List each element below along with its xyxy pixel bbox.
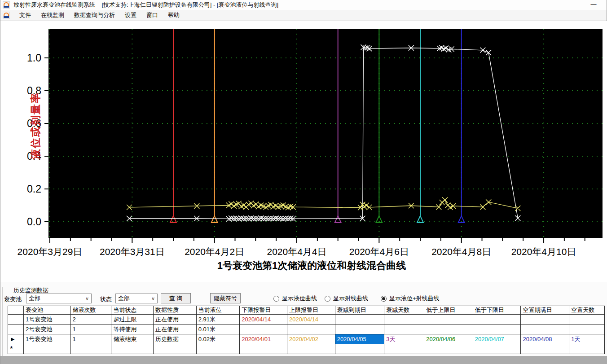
table-cell[interactable] <box>424 325 473 334</box>
col-header-4[interactable]: 当前液位 <box>196 306 240 315</box>
table-cell[interactable]: 1 <box>70 325 111 334</box>
svg-text:0.2: 0.2 <box>27 183 41 195</box>
menu-item-4[interactable]: 窗口 <box>141 10 163 20</box>
menu-item-1[interactable]: 在线监测 <box>36 10 69 20</box>
minimize-button[interactable]: — <box>589 1 598 8</box>
mdi-child-icon[interactable] <box>3 12 10 19</box>
radio-level-curve[interactable]: 显示液位曲线 <box>273 294 317 303</box>
table-cell[interactable] <box>240 325 287 334</box>
table-cell[interactable]: 正在使用 <box>154 315 197 325</box>
pool-label: 衰变池 <box>4 295 22 303</box>
col-header-7[interactable]: 衰减到期日 <box>335 306 384 315</box>
svg-text:1.0: 1.0 <box>27 52 41 64</box>
table-cell[interactable]: 2.91米 <box>196 315 240 325</box>
table-cell[interactable]: 1号衰变池 <box>24 315 70 325</box>
query-button[interactable]: 查 询 <box>161 293 191 303</box>
table-cell[interactable] <box>154 344 197 354</box>
table-cell[interactable]: 2020/04/01 <box>240 334 287 344</box>
table-cell[interactable] <box>384 325 424 334</box>
current-row-indicator[interactable]: ► <box>8 334 24 344</box>
table-cell[interactable]: 2020/04/02 <box>287 334 335 344</box>
table-cell[interactable]: 历史数据 <box>154 334 197 344</box>
col-header-6[interactable]: 上限报警日 <box>287 306 335 315</box>
table-cell[interactable] <box>521 325 569 334</box>
col-header-0[interactable]: 衰变池 <box>24 306 70 315</box>
table-cell[interactable] <box>424 344 473 354</box>
col-header-1[interactable]: 储液次数 <box>70 306 111 315</box>
menu-item-0[interactable]: 文件 <box>14 10 36 20</box>
status-select[interactable]: 全部 ∨ <box>115 294 158 303</box>
col-header-8[interactable]: 衰减天数 <box>384 306 424 315</box>
table-cell[interactable] <box>287 325 335 334</box>
table-cell[interactable]: 1 <box>70 334 111 344</box>
pool-select-value: 全部 <box>29 294 40 303</box>
chart-canvas: 0.00.20.40.60.81.02020年3月29日2020年3月31日20… <box>0 21 607 282</box>
table-cell[interactable] <box>384 344 424 354</box>
svg-text:2020年4月10日: 2020年4月10日 <box>511 246 576 257</box>
table-cell[interactable] <box>196 344 240 354</box>
svg-text:2020年4月2日: 2020年4月2日 <box>185 246 244 257</box>
table-cell[interactable]: 2020/04/08 <box>521 334 569 344</box>
table-cell[interactable] <box>521 315 569 325</box>
svg-text:0.0: 0.0 <box>27 216 41 228</box>
table-cell[interactable] <box>569 315 605 325</box>
row-selector[interactable] <box>8 315 24 325</box>
col-header-10[interactable]: 低于下限日 <box>473 306 521 315</box>
radio-ray-curve[interactable]: 显示射线曲线 <box>325 294 368 303</box>
table-cell[interactable] <box>335 315 384 325</box>
radio-label: 显示液位+射线曲线 <box>389 294 440 303</box>
table-row: * <box>8 344 605 354</box>
col-header-12[interactable]: 空置天数 <box>569 306 605 315</box>
table-cell[interactable] <box>424 315 473 325</box>
table-cell[interactable]: 正在使用 <box>154 325 197 334</box>
svg-text:2020年3月29日: 2020年3月29日 <box>18 246 83 257</box>
menu-item-3[interactable]: 设置 <box>120 10 141 20</box>
table-cell[interactable] <box>473 315 521 325</box>
row-selector[interactable] <box>8 325 24 334</box>
col-header-9[interactable]: 低于上限日 <box>424 306 473 315</box>
col-header-2[interactable]: 当前状态 <box>111 306 154 315</box>
window-title: 放射性废水衰变池在线监测系统 [技术支持:上海仁日辐射防护设备有限公司] - [… <box>13 1 278 9</box>
table-cell[interactable]: 0.01米 <box>196 325 240 334</box>
table-cell[interactable] <box>287 344 335 354</box>
table-cell[interactable] <box>473 325 521 334</box>
menu-item-5[interactable]: 帮助 <box>163 10 185 20</box>
table-cell[interactable] <box>569 344 605 354</box>
table-cell[interactable] <box>473 344 521 354</box>
table-cell[interactable]: 0.02米 <box>196 334 240 344</box>
status-label: 状态 <box>100 295 112 303</box>
table-cell[interactable] <box>384 315 424 325</box>
table-cell[interactable]: 2020/04/14 <box>287 315 335 325</box>
table-cell[interactable] <box>111 344 154 354</box>
table-cell[interactable] <box>70 344 111 354</box>
table-cell[interactable]: 储液结束 <box>111 334 154 344</box>
radio-circle-icon <box>273 296 279 302</box>
table-cell[interactable]: 1号衰变池 <box>24 334 70 344</box>
col-header-3[interactable]: 数据性质 <box>154 306 197 315</box>
radio-level-plus-ray-curve[interactable]: 显示液位+射线曲线 <box>381 294 440 303</box>
table-cell[interactable]: 1天 <box>569 334 605 344</box>
table-cell[interactable]: 2 <box>70 315 111 325</box>
col-header-5[interactable]: 下限报警日 <box>240 306 287 315</box>
table-cell[interactable]: 2020/04/14 <box>240 315 287 325</box>
svg-text:2020年4月8日: 2020年4月8日 <box>431 246 491 257</box>
pool-select[interactable]: 全部 ∨ <box>26 294 92 303</box>
horizontal-scrollbar-track[interactable] <box>0 356 607 364</box>
table-cell[interactable] <box>24 344 70 354</box>
table-cell[interactable]: 2020/04/06 <box>424 334 473 344</box>
table-cell[interactable]: 超过上限 <box>111 315 154 325</box>
table-cell[interactable]: 等待使用 <box>111 325 154 334</box>
table-cell[interactable] <box>521 344 569 354</box>
table-cell[interactable] <box>335 325 384 334</box>
selected-cell[interactable]: 2020/04/05 <box>335 334 384 344</box>
table-cell[interactable] <box>240 344 287 354</box>
table-cell[interactable] <box>569 325 605 334</box>
table-cell[interactable]: 2020/04/07 <box>473 334 521 344</box>
table-cell[interactable]: 2号衰变池 <box>24 325 70 334</box>
hide-symbols-button[interactable]: 隐藏符号 <box>210 293 241 303</box>
table-cell[interactable]: 3天 <box>384 334 424 344</box>
menu-item-2[interactable]: 数据查询与分析 <box>69 10 120 20</box>
new-row-indicator[interactable]: * <box>8 344 24 354</box>
table-cell[interactable] <box>335 344 384 354</box>
col-header-11[interactable]: 空置期满日 <box>521 306 569 315</box>
